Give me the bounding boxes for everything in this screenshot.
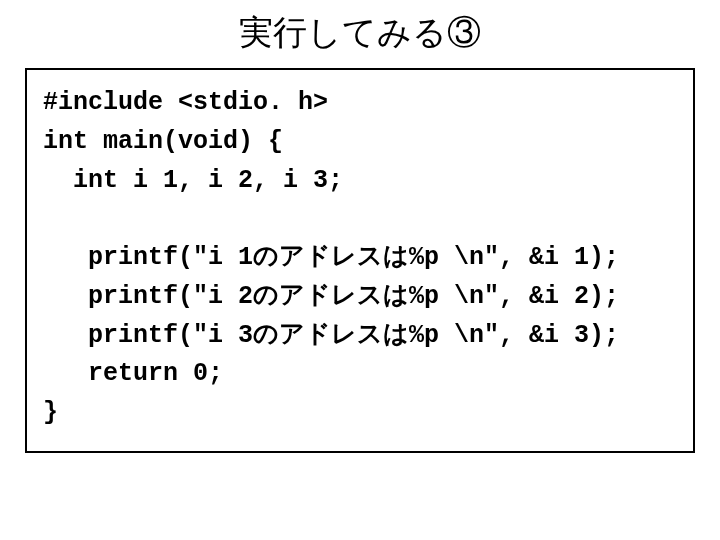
code-line: printf("i 3のアドレスは%p \n", &i 3); [43, 321, 619, 350]
code-line: printf("i 2のアドレスは%p \n", &i 2); [43, 282, 619, 311]
code-block: #include <stdio. h> int main(void) { int… [25, 68, 695, 453]
slide: 実行してみる③ #include <stdio. h> int main(voi… [0, 0, 720, 540]
code-line: } [43, 398, 58, 427]
code-line: int i 1, i 2, i 3; [43, 166, 343, 195]
code-line: printf("i 1のアドレスは%p \n", &i 1); [43, 243, 619, 272]
slide-title: 実行してみる③ [25, 10, 695, 56]
code-line: #include <stdio. h> [43, 88, 328, 117]
code-line: int main(void) { [43, 127, 283, 156]
code-line: return 0; [43, 359, 223, 388]
